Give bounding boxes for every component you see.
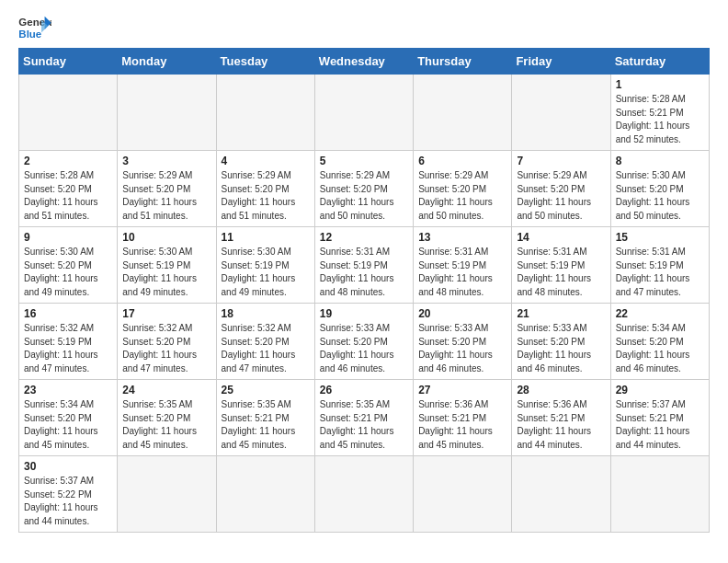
day-info: Sunrise: 5:36 AM Sunset: 5:21 PM Dayligh… <box>418 398 506 452</box>
day-info: Sunrise: 5:28 AM Sunset: 5:21 PM Dayligh… <box>616 93 704 146</box>
calendar-day-cell <box>512 75 610 151</box>
day-info: Sunrise: 5:35 AM Sunset: 5:20 PM Dayligh… <box>122 398 210 452</box>
calendar-table: SundayMondayTuesdayWednesdayThursdayFrid… <box>18 48 710 533</box>
day-info: Sunrise: 5:33 AM Sunset: 5:20 PM Dayligh… <box>320 322 408 375</box>
calendar-day-cell <box>314 456 413 533</box>
calendar-day-cell: 28Sunrise: 5:36 AM Sunset: 5:21 PM Dayli… <box>512 380 610 456</box>
day-info: Sunrise: 5:37 AM Sunset: 5:21 PM Dayligh… <box>616 398 704 452</box>
calendar-day-cell: 3Sunrise: 5:29 AM Sunset: 5:20 PM Daylig… <box>118 151 216 227</box>
day-info: Sunrise: 5:34 AM Sunset: 5:20 PM Dayligh… <box>616 322 704 375</box>
day-number: 26 <box>320 384 408 396</box>
day-number: 25 <box>222 384 310 396</box>
day-info: Sunrise: 5:33 AM Sunset: 5:20 PM Dayligh… <box>418 322 506 375</box>
day-number: 11 <box>222 231 310 244</box>
day-number: 1 <box>616 78 704 91</box>
day-number: 23 <box>24 384 112 396</box>
calendar-day-cell <box>414 456 512 533</box>
calendar-day-cell <box>314 75 413 151</box>
calendar-day-cell: 29Sunrise: 5:37 AM Sunset: 5:21 PM Dayli… <box>610 380 709 456</box>
calendar-day-cell: 13Sunrise: 5:31 AM Sunset: 5:19 PM Dayli… <box>414 227 512 304</box>
day-info: Sunrise: 5:30 AM Sunset: 5:20 PM Dayligh… <box>616 169 704 223</box>
calendar-day-cell <box>19 75 118 151</box>
calendar-day-cell <box>512 456 610 533</box>
calendar-day-cell: 27Sunrise: 5:36 AM Sunset: 5:21 PM Dayli… <box>414 380 512 456</box>
day-info: Sunrise: 5:34 AM Sunset: 5:20 PM Dayligh… <box>24 398 112 452</box>
day-info: Sunrise: 5:30 AM Sunset: 5:19 PM Dayligh… <box>222 246 310 299</box>
day-info: Sunrise: 5:33 AM Sunset: 5:20 PM Dayligh… <box>517 322 605 375</box>
day-number: 20 <box>418 307 506 320</box>
day-number: 17 <box>122 307 210 320</box>
day-number: 24 <box>122 384 210 396</box>
day-info: Sunrise: 5:35 AM Sunset: 5:21 PM Dayligh… <box>320 398 408 452</box>
calendar-day-cell <box>610 456 709 533</box>
calendar-day-cell: 12Sunrise: 5:31 AM Sunset: 5:19 PM Dayli… <box>314 227 413 304</box>
day-number: 22 <box>616 307 704 320</box>
day-number: 30 <box>24 460 112 473</box>
weekday-header-thursday: Thursday <box>414 49 512 75</box>
calendar-week-row: 9Sunrise: 5:30 AM Sunset: 5:20 PM Daylig… <box>19 227 710 304</box>
calendar-day-cell: 6Sunrise: 5:29 AM Sunset: 5:20 PM Daylig… <box>414 151 512 227</box>
day-number: 18 <box>222 307 310 320</box>
calendar-day-cell: 14Sunrise: 5:31 AM Sunset: 5:19 PM Dayli… <box>512 227 610 304</box>
weekday-header-tuesday: Tuesday <box>216 49 314 75</box>
day-info: Sunrise: 5:32 AM Sunset: 5:20 PM Dayligh… <box>222 322 310 375</box>
day-info: Sunrise: 5:29 AM Sunset: 5:20 PM Dayligh… <box>320 169 408 223</box>
day-info: Sunrise: 5:29 AM Sunset: 5:20 PM Dayligh… <box>122 169 210 223</box>
day-info: Sunrise: 5:31 AM Sunset: 5:19 PM Dayligh… <box>418 246 506 299</box>
logo-icon: General Blue <box>18 15 51 42</box>
calendar-week-row: 16Sunrise: 5:32 AM Sunset: 5:19 PM Dayli… <box>19 304 710 380</box>
calendar-day-cell: 18Sunrise: 5:32 AM Sunset: 5:20 PM Dayli… <box>216 304 314 380</box>
day-info: Sunrise: 5:29 AM Sunset: 5:20 PM Dayligh… <box>222 169 310 223</box>
day-number: 7 <box>517 155 605 167</box>
day-number: 15 <box>616 231 704 244</box>
day-info: Sunrise: 5:31 AM Sunset: 5:19 PM Dayligh… <box>320 246 408 299</box>
day-number: 14 <box>517 231 605 244</box>
day-info: Sunrise: 5:29 AM Sunset: 5:20 PM Dayligh… <box>517 169 605 223</box>
day-info: Sunrise: 5:30 AM Sunset: 5:19 PM Dayligh… <box>122 246 210 299</box>
calendar-day-cell: 16Sunrise: 5:32 AM Sunset: 5:19 PM Dayli… <box>19 304 118 380</box>
calendar-day-cell: 30Sunrise: 5:37 AM Sunset: 5:22 PM Dayli… <box>19 456 118 533</box>
calendar-day-cell: 2Sunrise: 5:28 AM Sunset: 5:20 PM Daylig… <box>19 151 118 227</box>
calendar-day-cell <box>414 75 512 151</box>
day-number: 28 <box>517 384 605 396</box>
calendar-day-cell <box>118 456 216 533</box>
day-number: 29 <box>616 384 704 396</box>
day-info: Sunrise: 5:31 AM Sunset: 5:19 PM Dayligh… <box>517 246 605 299</box>
day-number: 4 <box>222 155 310 167</box>
calendar-day-cell: 11Sunrise: 5:30 AM Sunset: 5:19 PM Dayli… <box>216 227 314 304</box>
day-number: 9 <box>24 231 112 244</box>
calendar-day-cell: 24Sunrise: 5:35 AM Sunset: 5:20 PM Dayli… <box>118 380 216 456</box>
calendar-day-cell: 19Sunrise: 5:33 AM Sunset: 5:20 PM Dayli… <box>314 304 413 380</box>
calendar-week-row: 1Sunrise: 5:28 AM Sunset: 5:21 PM Daylig… <box>19 75 710 151</box>
calendar-day-cell: 20Sunrise: 5:33 AM Sunset: 5:20 PM Dayli… <box>414 304 512 380</box>
day-number: 8 <box>616 155 704 167</box>
calendar-day-cell: 7Sunrise: 5:29 AM Sunset: 5:20 PM Daylig… <box>512 151 610 227</box>
day-info: Sunrise: 5:31 AM Sunset: 5:19 PM Dayligh… <box>616 246 704 299</box>
calendar-day-cell: 9Sunrise: 5:30 AM Sunset: 5:20 PM Daylig… <box>19 227 118 304</box>
calendar-week-row: 2Sunrise: 5:28 AM Sunset: 5:20 PM Daylig… <box>19 151 710 227</box>
day-info: Sunrise: 5:28 AM Sunset: 5:20 PM Dayligh… <box>24 169 112 223</box>
day-info: Sunrise: 5:32 AM Sunset: 5:19 PM Dayligh… <box>24 322 112 375</box>
weekday-header-wednesday: Wednesday <box>314 49 413 75</box>
day-info: Sunrise: 5:35 AM Sunset: 5:21 PM Dayligh… <box>222 398 310 452</box>
weekday-header-friday: Friday <box>512 49 610 75</box>
day-number: 10 <box>122 231 210 244</box>
day-number: 27 <box>418 384 506 396</box>
calendar-day-cell: 8Sunrise: 5:30 AM Sunset: 5:20 PM Daylig… <box>610 151 709 227</box>
day-number: 2 <box>24 155 112 167</box>
weekday-header-monday: Monday <box>118 49 216 75</box>
svg-text:Blue: Blue <box>18 29 41 40</box>
day-number: 3 <box>122 155 210 167</box>
calendar-day-cell: 10Sunrise: 5:30 AM Sunset: 5:19 PM Dayli… <box>118 227 216 304</box>
calendar-week-row: 23Sunrise: 5:34 AM Sunset: 5:20 PM Dayli… <box>19 380 710 456</box>
day-number: 5 <box>320 155 408 167</box>
weekday-header-saturday: Saturday <box>610 49 709 75</box>
calendar-day-cell: 26Sunrise: 5:35 AM Sunset: 5:21 PM Dayli… <box>314 380 413 456</box>
calendar-day-cell: 22Sunrise: 5:34 AM Sunset: 5:20 PM Dayli… <box>610 304 709 380</box>
day-number: 16 <box>24 307 112 320</box>
day-number: 19 <box>320 307 408 320</box>
calendar-day-cell: 4Sunrise: 5:29 AM Sunset: 5:20 PM Daylig… <box>216 151 314 227</box>
day-number: 6 <box>418 155 506 167</box>
calendar-day-cell: 25Sunrise: 5:35 AM Sunset: 5:21 PM Dayli… <box>216 380 314 456</box>
day-info: Sunrise: 5:36 AM Sunset: 5:21 PM Dayligh… <box>517 398 605 452</box>
